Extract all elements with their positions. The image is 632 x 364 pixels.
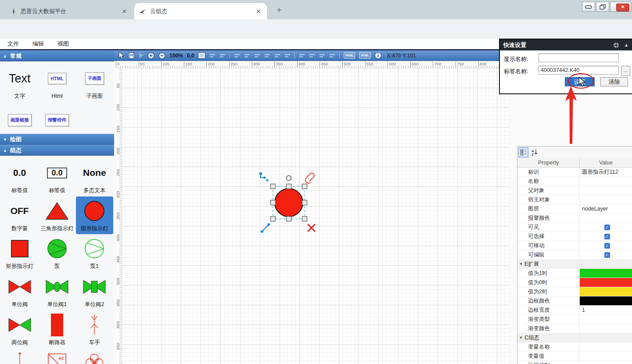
categorized-view-icon[interactable]: [518, 147, 528, 157]
property-row[interactable]: 变量名称: [517, 343, 632, 352]
align-middle-icon[interactable]: [274, 53, 280, 58]
line-handle-icon[interactable]: [261, 223, 270, 233]
palette-section-header-2[interactable]: ▲组态: [0, 145, 114, 156]
browser-tab-inactive[interactable]: 思普云大数据平台 ✕: [6, 3, 133, 19]
property-row[interactable]: 名称: [517, 177, 632, 186]
display-name-input[interactable]: [539, 54, 619, 62]
checkbox-checked-icon[interactable]: ✓: [604, 252, 610, 258]
palette-item-square-red[interactable]: 矩形指示灯: [1, 234, 38, 272]
zoom-out-icon[interactable]: [158, 52, 165, 59]
tag-browse-button[interactable]: ...: [621, 66, 630, 76]
color-swatch[interactable]: [580, 287, 632, 296]
grid-toggle-icon[interactable]: [198, 52, 205, 59]
palette-item-pump-green[interactable]: 泵: [38, 234, 75, 272]
align-right-icon[interactable]: [254, 53, 260, 58]
collapse-panel-icon[interactable]: ▲: [624, 43, 628, 47]
ungroup-icon[interactable]: [219, 53, 226, 58]
palette-item-button[interactable]: 画面链接 画面链接: [1, 106, 38, 134]
palette-item-valve-red-green[interactable]: 两位阀: [1, 310, 38, 349]
palette-item-text-bold[interactable]: 0.0 标签值: [1, 158, 38, 196]
palette-item-text-box[interactable]: 0.0 标签值: [38, 158, 75, 196]
palette-item-button[interactable]: HTML Html: [38, 64, 75, 102]
property-row[interactable]: 宿主对象: [517, 195, 632, 204]
pointer-tool-icon[interactable]: [118, 52, 124, 59]
palette-section-header-0[interactable]: ▲常规: [0, 50, 114, 61]
palette-item-valve-green-ellipse[interactable]: 单位阀1: [38, 272, 75, 310]
property-row[interactable]: 可编辑 ✓: [517, 250, 632, 260]
same-height-icon[interactable]: [319, 53, 325, 58]
palette-item-cheshou[interactable]: 车手: [76, 310, 113, 349]
palette-item-inverter[interactable]: ACDC 逆变器: [38, 348, 75, 364]
checkbox-checked-icon[interactable]: ✓: [604, 243, 610, 249]
property-row[interactable]: 变量值: [517, 352, 632, 361]
palette-item-text-bold[interactable]: None 多态文本: [76, 158, 113, 196]
palette-section-header-1[interactable]: ▼绘图: [0, 134, 114, 145]
property-row[interactable]: 边框颜色: [517, 296, 632, 306]
palette-item-button[interactable]: 子画面 子画面: [76, 64, 113, 102]
rotate-handle[interactable]: [287, 176, 291, 181]
checkbox-checked-icon[interactable]: ✓: [604, 234, 610, 239]
link-paperclip-icon[interactable]: [305, 173, 314, 183]
property-row[interactable]: 渐变类型: [517, 315, 632, 324]
property-row[interactable]: 图层 nodeLayer: [517, 204, 632, 214]
new-tab-icon[interactable]: +: [275, 6, 284, 14]
property-group-C组态[interactable]: ▼C组态: [517, 333, 632, 343]
alphabetical-sort-icon[interactable]: AZ: [530, 148, 539, 157]
property-row[interactable]: 远程控制: [517, 361, 632, 364]
property-row[interactable]: 可移动 ✓: [517, 241, 632, 250]
color-swatch[interactable]: [580, 278, 632, 287]
browser-tab-active[interactable]: 云组态 ✕: [134, 3, 267, 19]
same-size-icon[interactable]: [329, 53, 335, 58]
preview-html-icon[interactable]: HTML: [359, 52, 370, 59]
property-row[interactable]: 标识 圆形指示灯112: [517, 168, 632, 177]
color-swatch[interactable]: [580, 296, 632, 305]
palette-item-breaker-red[interactable]: 断路器: [38, 310, 75, 349]
window-minimize-button[interactable]: [582, 2, 595, 12]
color-swatch[interactable]: [580, 269, 632, 278]
selected-node-group[interactable]: [258, 171, 320, 235]
menu-file[interactable]: 文件: [7, 39, 19, 49]
property-row[interactable]: 值为0时: [517, 278, 632, 287]
property-row[interactable]: 父对象: [517, 186, 632, 195]
distribute-horizontal-icon[interactable]: [299, 53, 305, 58]
property-row[interactable]: 可选择 ✓: [517, 232, 632, 241]
delete-x-icon[interactable]: [308, 224, 315, 232]
palette-item-circle-red[interactable]: 圆形指示灯: [76, 196, 113, 235]
checkbox-checked-icon[interactable]: ✓: [604, 225, 610, 230]
canvas-grid[interactable]: [122, 68, 509, 364]
same-width-icon[interactable]: [309, 53, 315, 58]
circle-indicator-node[interactable]: [275, 189, 303, 217]
property-row[interactable]: 边框宽度 1: [517, 306, 632, 315]
property-row[interactable]: 值为1时: [517, 269, 632, 278]
palette-item-text-bold[interactable]: OFF 数字量: [1, 196, 38, 235]
clear-button[interactable]: 清除: [600, 77, 628, 86]
export-html-icon[interactable]: HTML: [344, 52, 355, 59]
tab2-close-icon[interactable]: ✕: [255, 8, 262, 15]
window-restore-button[interactable]: [596, 2, 609, 12]
palette-item-pump-outline[interactable]: 泵1: [76, 234, 113, 272]
property-row[interactable]: 可见 ✓: [517, 223, 632, 232]
zoom-in-icon[interactable]: [147, 52, 154, 59]
palette-item-pt[interactable]: PT: [76, 348, 113, 364]
tab1-close-icon[interactable]: ✕: [120, 8, 128, 15]
connector-icon[interactable]: [259, 172, 269, 182]
palette-item-valve-red[interactable]: 单位阀: [1, 272, 38, 310]
palette-item-button[interactable]: 报警控件 报警控件: [38, 106, 75, 134]
property-group-E扩展[interactable]: ▼E扩展: [517, 260, 632, 269]
align-center-icon[interactable]: [244, 53, 250, 58]
quick-settings-header[interactable]: 快速设置 ▲: [500, 39, 632, 50]
property-row[interactable]: 值为2时: [517, 287, 632, 296]
property-row[interactable]: 报警颜色: [517, 214, 632, 223]
palette-item-daozha[interactable]: 刀闸: [1, 348, 38, 364]
property-row[interactable]: 渐变颜色: [517, 324, 632, 333]
palette-item-text[interactable]: Text 文字: [1, 64, 38, 102]
menu-view[interactable]: 视图: [57, 39, 69, 49]
group-icon[interactable]: [209, 53, 215, 58]
palette-item-valve-green-rect[interactable]: 单位阀2: [76, 272, 113, 310]
info-circle-icon[interactable]: [375, 52, 381, 59]
align-left-icon[interactable]: [234, 53, 240, 58]
align-top-icon[interactable]: [264, 53, 270, 58]
palette-item-triangle-red[interactable]: 三角形指示灯: [38, 196, 75, 235]
dock-icon[interactable]: [613, 42, 619, 48]
align-bottom-icon[interactable]: [284, 53, 291, 58]
